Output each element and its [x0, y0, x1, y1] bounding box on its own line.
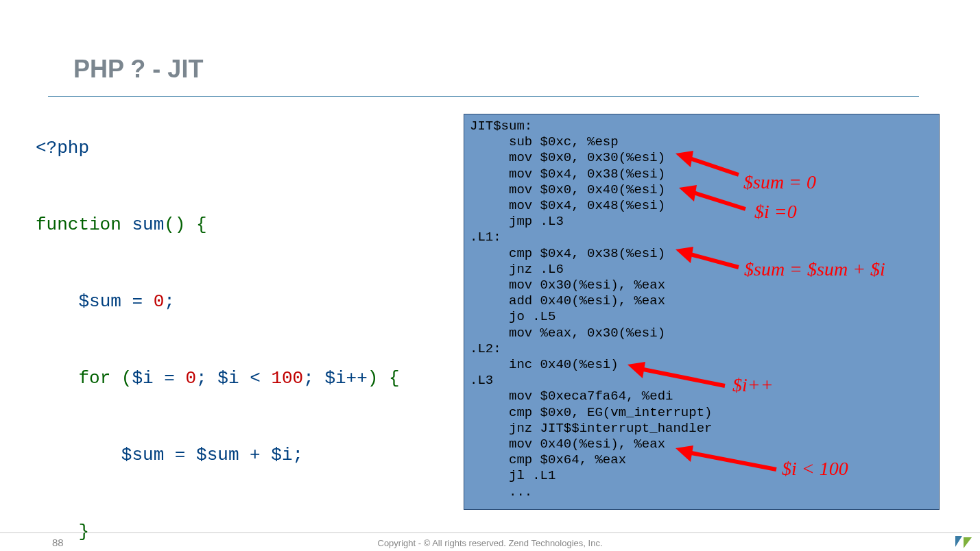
arrow-icon	[628, 362, 727, 389]
anno-ipp: $i++	[732, 374, 774, 396]
semi: ;	[293, 445, 304, 465]
num-zero: 0	[154, 291, 165, 312]
num-100: 100	[271, 368, 303, 389]
svg-line-4	[688, 254, 739, 267]
php-open-tag: <?php	[36, 138, 89, 158]
arrow-icon	[679, 185, 748, 212]
paren-close: )	[368, 368, 379, 389]
anno-ilt: $i < 100	[782, 458, 848, 480]
anno-sum-zero: $sum = 0	[743, 171, 816, 193]
arrow-icon	[676, 247, 741, 271]
var-sum: $sum	[121, 445, 164, 465]
semi: ;	[164, 291, 175, 312]
arrow-icon	[676, 151, 741, 178]
op-eq: =	[132, 291, 143, 312]
op-lt: <	[250, 368, 261, 389]
brace-open: {	[389, 368, 400, 389]
semi: ;	[196, 368, 207, 389]
footer-divider	[0, 532, 980, 533]
paren-close: )	[175, 215, 186, 235]
anno-sum-plus: $sum = $sum + $i	[744, 258, 885, 280]
op-eq: =	[175, 445, 186, 465]
var-i: $i	[132, 368, 153, 389]
var-i: $i	[271, 445, 292, 465]
kw-function: function	[36, 215, 121, 235]
anno-i-zero: $i =0	[754, 201, 797, 223]
op-eq: =	[164, 368, 175, 389]
svg-marker-5	[676, 247, 693, 263]
svg-marker-1	[676, 151, 693, 167]
func-name: sum	[132, 215, 164, 235]
svg-marker-11	[964, 537, 972, 548]
svg-marker-9	[676, 445, 693, 462]
copyright-text: Copyright - © All rights reserved. Zend …	[0, 538, 980, 548]
var-i: $i	[217, 368, 239, 389]
php-code-block: <?php function sum() { $sum = 0; for ($i…	[36, 129, 400, 551]
svg-line-0	[688, 158, 739, 175]
num-zero: 0	[186, 368, 197, 389]
svg-marker-10	[955, 536, 962, 547]
arrow-icon	[676, 445, 778, 473]
var-sum: $sum	[78, 291, 121, 312]
kw-for: for	[78, 368, 110, 389]
zend-logo-icon	[954, 535, 973, 550]
svg-line-6	[640, 369, 725, 386]
semi: ;	[303, 368, 314, 389]
var-sum: $sum	[196, 445, 239, 465]
paren-open: (	[121, 368, 132, 389]
svg-marker-3	[679, 185, 697, 201]
slide-title: PHP ? - JIT	[73, 55, 203, 84]
brace-open: {	[196, 215, 207, 235]
svg-line-8	[688, 452, 776, 469]
title-divider	[48, 96, 919, 97]
op-plus: +	[250, 445, 261, 465]
svg-marker-7	[628, 362, 645, 378]
svg-line-2	[691, 192, 745, 209]
paren-open: (	[164, 215, 175, 235]
var-ipp: $i++	[324, 368, 367, 389]
